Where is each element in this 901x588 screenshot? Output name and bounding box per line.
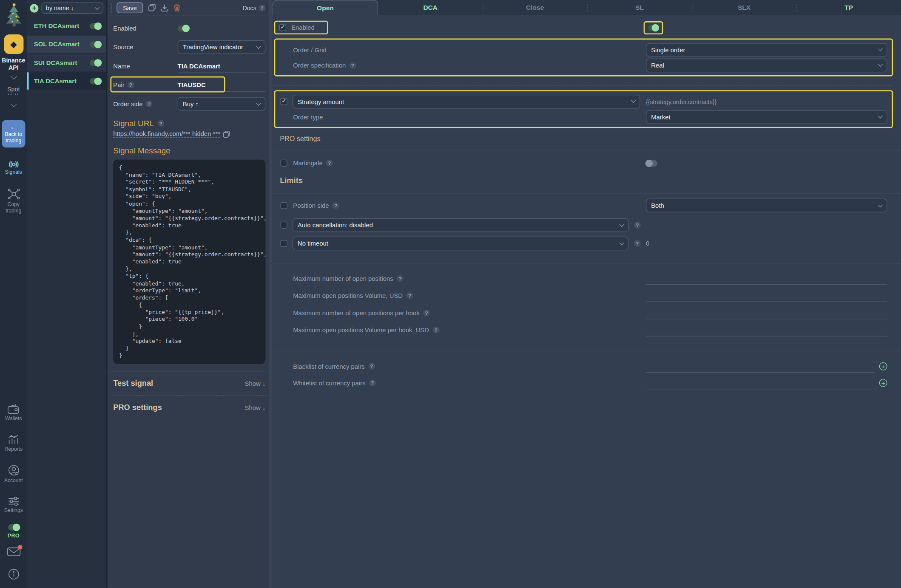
position-side-checkbox[interactable]	[281, 202, 287, 209]
bot-item-sol[interactable]: SOL DCAsmart	[27, 36, 107, 53]
help-icon[interactable]: ?	[157, 120, 164, 127]
info-button[interactable]	[8, 568, 19, 582]
help-icon[interactable]: ?	[432, 327, 439, 334]
bot-enabled-toggle[interactable]	[90, 78, 101, 84]
test-signal-show-toggle[interactable]: Show ↓	[245, 380, 266, 387]
bot-enabled-toggle[interactable]	[90, 59, 101, 66]
pro-toggle-group: PRO	[8, 524, 20, 539]
max-open-positions-input[interactable]	[646, 272, 887, 285]
order-side-row: Order side? Buy ↑	[113, 97, 265, 110]
app-window: ◆ Binance API Spot ** ** ← Back to tradi…	[0, 0, 901, 588]
chevron-down-icon	[95, 5, 99, 9]
hidden-balance-dots: ** **	[8, 93, 19, 98]
order-type-dropdown[interactable]: Market	[646, 110, 887, 124]
pair-input[interactable]: TIAUSDC	[178, 78, 266, 92]
whitelist-input[interactable]	[646, 377, 875, 390]
bot-item-tia[interactable]: TIA DCAsmart	[27, 72, 107, 90]
help-icon[interactable]: ?	[423, 309, 430, 316]
order-grid-dropdown[interactable]: Single order	[646, 43, 887, 57]
info-icon	[8, 568, 19, 580]
avatar[interactable]	[4, 3, 23, 26]
signal-url-link[interactable]: https://hook.finandy.com/*** hidden ***	[113, 130, 220, 138]
delete-button[interactable]	[173, 4, 180, 11]
pair-row: Pair? TIAUSDC	[113, 78, 265, 92]
open-enabled-toggle[interactable]	[648, 24, 658, 31]
tab-sl[interactable]: SL	[587, 0, 692, 15]
add-blacklist-pair-button[interactable]: +	[879, 362, 887, 370]
bot-enabled-toggle[interactable]	[90, 23, 101, 29]
sidebar-item-settings[interactable]: Settings	[4, 497, 23, 514]
add-whitelist-pair-button[interactable]: +	[879, 379, 887, 387]
help-icon[interactable]: ?	[406, 292, 413, 299]
tab-slx[interactable]: SLX	[692, 0, 796, 15]
sort-dropdown[interactable]: by name ↓	[41, 2, 103, 14]
sidebar-item-copy-trading[interactable]: Copy trading	[0, 188, 27, 214]
open-enabled-row: Enabled	[273, 21, 901, 34]
import-button[interactable]	[161, 4, 168, 11]
enabled-checkbox[interactable]	[279, 24, 286, 31]
sidebar-item-signals[interactable]: ((o)) Signals	[5, 160, 22, 175]
bot-item-eth[interactable]: ETH DCAsmart	[27, 17, 107, 35]
signal-message-json[interactable]: { "name": "TIA DCAsmart", "secret": "***…	[113, 160, 265, 364]
bot-list-header: + by name ↓	[27, 0, 107, 16]
strategy-amount-param: {{strategy.order.contracts}}	[646, 98, 716, 105]
drag-handle[interactable]	[111, 3, 111, 12]
help-icon[interactable]: ?	[326, 160, 333, 167]
chevron-down-icon	[620, 240, 624, 245]
timeout-checkbox[interactable]	[281, 240, 287, 247]
form-enabled-toggle[interactable]	[178, 25, 189, 31]
chevron-down-icon[interactable]	[10, 73, 17, 79]
help-icon[interactable]: ?	[634, 240, 641, 247]
help-icon[interactable]: ?	[369, 379, 376, 386]
binance-api-icon[interactable]: ◆	[4, 34, 23, 54]
tab-open[interactable]: Open	[273, 0, 378, 15]
martingale-toggle[interactable]	[646, 160, 657, 166]
help-icon: ?	[259, 4, 265, 11]
duplicate-button[interactable]	[148, 4, 156, 11]
sidebar-item-reports[interactable]: Reports	[4, 435, 23, 452]
tab-close[interactable]: Close	[483, 0, 587, 15]
sidebar-item-wallets[interactable]: Wallets	[5, 404, 22, 422]
help-icon[interactable]: ?	[145, 101, 152, 107]
help-icon[interactable]: ?	[368, 363, 375, 370]
martingale-checkbox[interactable]	[281, 160, 287, 167]
help-icon[interactable]: ?	[127, 82, 134, 88]
chevron-down-icon	[878, 113, 883, 118]
strategy-amount-checkbox[interactable]	[281, 98, 287, 105]
pro-toggle[interactable]	[8, 524, 19, 531]
strategy-amount-dropdown[interactable]: Strategy amount	[293, 94, 640, 108]
pro-settings-show-toggle[interactable]: Show ↓	[245, 404, 266, 411]
help-icon[interactable]: ?	[397, 275, 404, 282]
back-to-trading-button[interactable]: ← Back to trading	[2, 120, 25, 147]
divider	[273, 193, 901, 194]
max-volume-per-hook-input[interactable]	[646, 324, 887, 336]
max-open-volume-input[interactable]	[646, 289, 887, 302]
messages-button[interactable]	[7, 547, 20, 560]
help-icon[interactable]: ?	[333, 202, 339, 209]
tab-dca[interactable]: DCA	[378, 0, 483, 15]
scrollbar[interactable]	[269, 0, 272, 588]
max-positions-per-hook-input[interactable]	[646, 307, 887, 319]
blacklist-input[interactable]	[646, 360, 875, 373]
bot-item-sui[interactable]: SUI DCAsmart	[27, 54, 107, 71]
auto-cancellation-checkbox[interactable]	[281, 222, 287, 229]
help-icon[interactable]: ?	[634, 222, 641, 229]
timeout-dropdown[interactable]: No timeout	[293, 237, 629, 250]
order-side-dropdown[interactable]: Buy ↑	[178, 97, 266, 110]
order-specification-dropdown[interactable]: Real	[646, 58, 887, 72]
source-dropdown[interactable]: TradingView indicator	[178, 40, 266, 54]
help-icon[interactable]: ?	[349, 62, 356, 68]
bot-enabled-toggle[interactable]	[90, 41, 101, 48]
tab-tp[interactable]: TP	[796, 0, 901, 15]
timeout-value: 0	[646, 240, 649, 247]
save-button[interactable]: Save	[117, 2, 143, 13]
wallets-icon	[8, 404, 19, 414]
auto-cancellation-dropdown[interactable]: Auto cancellation: disabled	[293, 218, 629, 232]
chevron-down-icon[interactable]	[10, 101, 17, 107]
add-bot-button[interactable]: +	[30, 4, 38, 12]
name-input[interactable]: TIA DCAsmart	[178, 59, 266, 73]
docs-link[interactable]: Docs ?	[242, 4, 265, 11]
sidebar-item-account[interactable]: Account	[4, 465, 23, 484]
position-side-dropdown[interactable]: Both	[646, 199, 887, 212]
copy-icon[interactable]	[223, 130, 230, 137]
